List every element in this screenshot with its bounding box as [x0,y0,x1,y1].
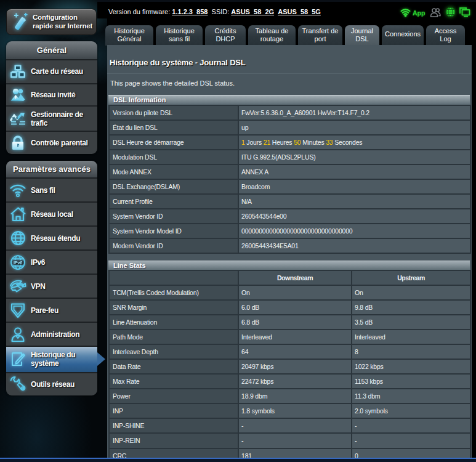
svg-text:IPv6: IPv6 [14,259,22,265]
